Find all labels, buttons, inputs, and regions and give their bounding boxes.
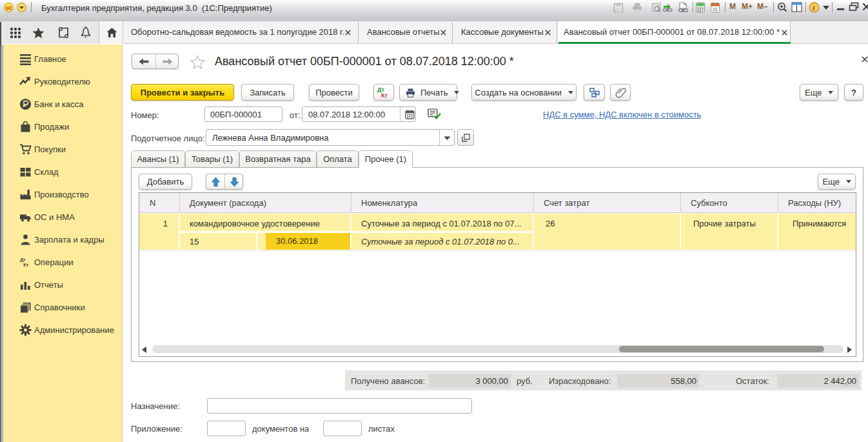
svg-text:1С: 1С <box>5 5 12 11</box>
svg-text:31: 31 <box>713 6 718 12</box>
svg-text:Кт: Кт <box>23 262 28 268</box>
